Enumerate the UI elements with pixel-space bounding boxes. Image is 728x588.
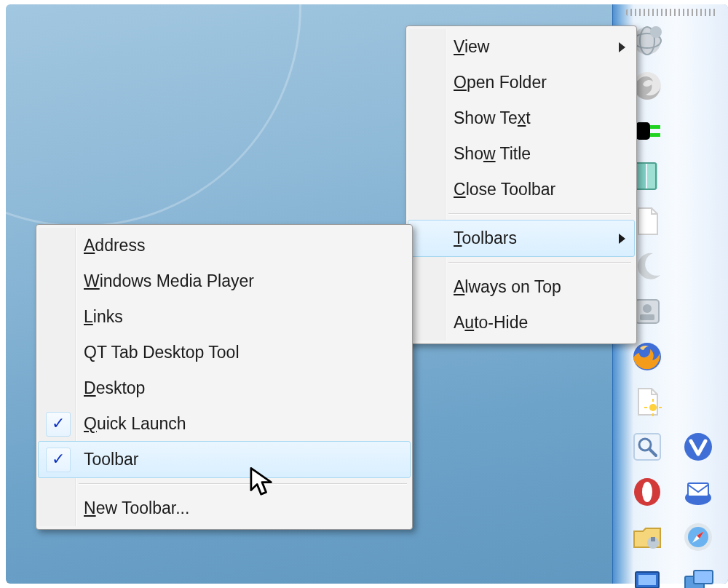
svg-rect-6 (650, 125, 660, 129)
menu-label: Auto-Hide (454, 313, 528, 332)
menu-label: Links (84, 307, 123, 326)
menu-label: Toolbars (454, 229, 517, 247)
svg-point-32 (684, 433, 712, 461)
svg-point-13 (643, 304, 652, 313)
menu-label: Desktop (84, 378, 145, 397)
svg-point-21 (642, 482, 652, 502)
menu-item-auto-hide[interactable]: Auto-Hide (408, 305, 634, 341)
windows-icon[interactable] (679, 563, 717, 588)
magnifier-icon[interactable] (628, 428, 666, 466)
menu-items: View Open Folder Show Text Show Title Cl… (408, 29, 634, 341)
menu-label: Toolbar (84, 450, 138, 469)
menu-label: Address (84, 236, 145, 255)
menu-label: QT Tab Desktop Tool (84, 343, 240, 362)
menu-item-toolbar[interactable]: ✓ Toolbar (38, 441, 411, 478)
menu-item-new-toolbar[interactable]: New Toolbar... (39, 490, 410, 526)
svg-rect-38 (694, 571, 713, 584)
menu-items: Address Windows Media Player Links QT Ta… (39, 228, 410, 526)
wallpaper-decoration (0, 0, 301, 227)
menu-label: New Toolbar... (84, 498, 189, 517)
menu-label: View (454, 37, 489, 56)
svg-rect-25 (638, 575, 656, 585)
v-circle-icon[interactable] (679, 428, 717, 466)
menu-item-show-title[interactable]: Show Title (408, 136, 634, 172)
svg-rect-7 (650, 133, 660, 137)
menu-label: Always on Top (454, 277, 561, 296)
svg-rect-14 (640, 314, 654, 320)
svg-point-16 (649, 404, 657, 411)
monitor-icon[interactable] (628, 563, 666, 588)
menu-item-wmp[interactable]: Windows Media Player (39, 263, 410, 299)
menu-item-show-text[interactable]: Show Text (408, 100, 634, 136)
menu-label: Open Folder (454, 73, 547, 92)
menu-label: Windows Media Player (84, 271, 254, 290)
dock-col-right (676, 22, 721, 588)
svg-rect-23 (651, 537, 655, 541)
menu-item-address[interactable]: Address (39, 228, 410, 263)
svg-point-3 (650, 26, 662, 38)
folder-tool-icon[interactable] (628, 518, 666, 556)
menu-item-desktop[interactable]: Desktop (39, 370, 410, 406)
menu-separator (448, 262, 631, 263)
menu-label: Show Text (454, 108, 531, 127)
dock-grip-handle[interactable] (626, 9, 718, 16)
menu-label: Quick Launch (84, 414, 186, 433)
menu-separator (448, 213, 631, 215)
menu-item-view[interactable]: View (408, 29, 634, 65)
mail-icon[interactable] (679, 473, 717, 511)
menu-item-always-on-top[interactable]: Always on Top (408, 269, 634, 305)
context-menu-toolbars[interactable]: Address Windows Media Player Links QT Ta… (36, 224, 413, 530)
menu-item-links[interactable]: Links (39, 299, 410, 335)
opera-icon[interactable] (628, 473, 666, 511)
svg-rect-34 (688, 483, 708, 496)
context-menu-main[interactable]: View Open Folder Show Text Show Title Cl… (405, 25, 637, 344)
svg-rect-5 (636, 122, 650, 140)
check-icon: ✓ (46, 448, 71, 472)
menu-label: Show Title (454, 144, 531, 163)
menu-item-qt-tab[interactable]: QT Tab Desktop Tool (39, 335, 410, 370)
menu-item-toolbars[interactable]: Toolbars (408, 220, 635, 257)
menu-item-quick-launch[interactable]: ✓ Quick Launch (39, 406, 410, 442)
svg-rect-9 (636, 163, 646, 189)
menu-separator (79, 483, 407, 485)
dock-icon-grid (625, 22, 721, 579)
menu-item-close-toolbar[interactable]: Close Toolbar (408, 172, 634, 207)
safari-icon[interactable] (679, 518, 717, 556)
menu-label: Close Toolbar (454, 180, 555, 199)
page-spark-icon[interactable] (628, 383, 666, 421)
check-icon: ✓ (46, 412, 71, 437)
menu-item-open-folder[interactable]: Open Folder (408, 65, 634, 100)
